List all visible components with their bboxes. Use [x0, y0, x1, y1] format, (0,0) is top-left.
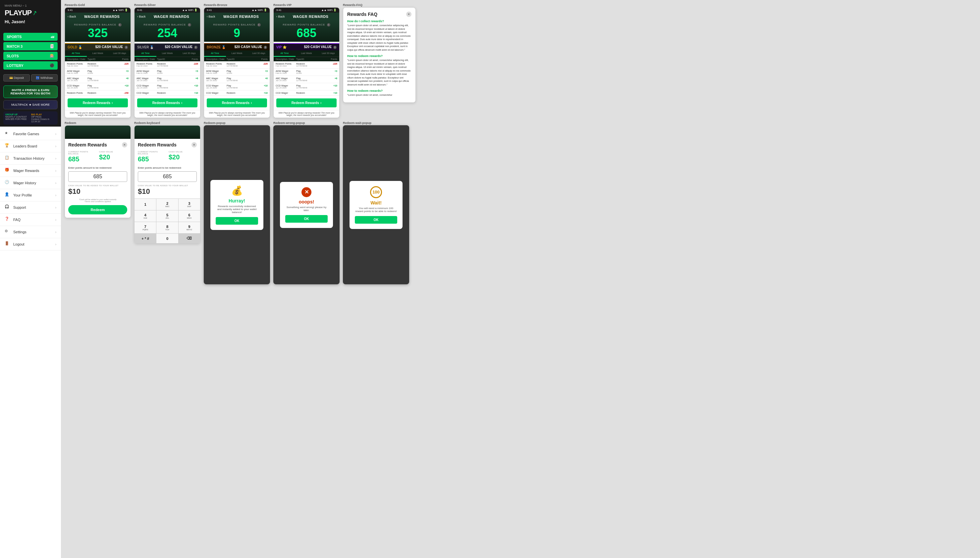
- cell-desc: ADW WagerFeb 01 2022: [275, 70, 296, 74]
- key-5[interactable]: 5JKL: [156, 210, 178, 222]
- cell-desc: ADW WagerFeb 01 2022: [206, 70, 227, 74]
- rewards-silver-screen: 9:41 ▲▲ WiFi 🔋 ‹ Back WAGER REWARDS REWA…: [134, 7, 200, 118]
- info-icon-silver[interactable]: i: [188, 23, 191, 26]
- logo: PLAYUP ↗: [5, 8, 56, 17]
- back-button-gold[interactable]: ‹ Back: [67, 15, 76, 18]
- info-icon-cash-vip[interactable]: i: [333, 46, 337, 49]
- cash-value-bronze: $20 CASH VALUE i: [234, 45, 267, 49]
- ooops-ok-button[interactable]: OK: [285, 215, 328, 223]
- tab-all-time-silver[interactable]: All Time: [134, 50, 156, 57]
- redeem-rewards-button-bronze[interactable]: Redeem Rewards ›: [207, 98, 267, 107]
- tab-all-time-bronze[interactable]: All Time: [204, 50, 226, 57]
- redeem-action-button[interactable]: Redeem: [68, 205, 127, 214]
- info-icon-cash-bronze[interactable]: i: [264, 46, 267, 49]
- key-2[interactable]: 2ABC: [156, 199, 178, 210]
- key-9[interactable]: 9WXYZ: [179, 222, 200, 233]
- wait-ok-button[interactable]: OK: [355, 216, 397, 224]
- key-backspace[interactable]: ⌫: [179, 234, 200, 243]
- promo-multipack[interactable]: MULTIPACK ★ SAVE MORE: [3, 100, 57, 109]
- info-icon-bronze[interactable]: i: [257, 23, 261, 26]
- sidebar-item-favorite-games[interactable]: ★ Favorite Games ›: [0, 128, 61, 140]
- info-icon-vip[interactable]: i: [327, 23, 330, 26]
- info-icon-cash-gold[interactable]: i: [125, 46, 128, 49]
- table-row: CCD WagerJan 25 2022 Play1277878848 +10: [274, 83, 339, 90]
- info-icon-gold[interactable]: i: [118, 23, 121, 26]
- tab-last-30-vip[interactable]: Last 30 days: [317, 50, 339, 57]
- back-button-bronze[interactable]: ‹ Back: [207, 15, 215, 18]
- table-row: ADW WagerFeb 01 2022 Play22343 +3: [134, 69, 200, 76]
- table-row: ABC WagerJan 25 2022 Play1277878848 +6: [204, 76, 270, 83]
- tab-all-time-vip[interactable]: All Time: [274, 50, 295, 57]
- sidebar-item-faq[interactable]: ❓ FAQ ›: [0, 214, 61, 226]
- deposit-button[interactable]: 💳 Deposit: [3, 74, 30, 82]
- redeem-popup-label: Redeem-popup: [204, 121, 270, 125]
- sidebar-item-logout[interactable]: 🚪 Logout ›: [0, 238, 61, 251]
- key-8[interactable]: 8TUV: [156, 222, 178, 233]
- keyboard-grid: 1 2ABC 3DEF 4GHI 5JKL 6MNO 7PQRS 8TUV 9W…: [134, 199, 200, 243]
- redeem-keyboard-close-button[interactable]: ✕: [192, 142, 197, 148]
- key-symbols[interactable]: + * #: [134, 234, 156, 243]
- phone-footer-silver: With PlayUp you're always earning reward…: [134, 110, 200, 118]
- table-row: Redeem PointsFeb 02 2022 Redeem127787884…: [134, 61, 200, 69]
- withdraw-icon: 🏧: [36, 76, 39, 80]
- sports-label: SPORTS: [7, 35, 21, 39]
- cash-wallet-amount: $10: [68, 187, 127, 196]
- redeem-rewards-button-gold[interactable]: Redeem Rewards ›: [67, 98, 128, 107]
- cell-points: +6: [178, 77, 198, 80]
- promo-multipack-text: MULTIPACK ★ SAVE MORE: [11, 103, 50, 107]
- promo-section: INVITE A FRIEND! & EARN REWARDS FOR YOU …: [0, 84, 61, 126]
- tab-last-30-bronze[interactable]: Last 30 days: [248, 50, 270, 57]
- back-button-silver[interactable]: ‹ Back: [137, 15, 146, 18]
- sidebar-item-your-profile[interactable]: 👤 Your Profile ›: [0, 189, 61, 202]
- withdraw-button[interactable]: 🏧 Withdraw: [31, 74, 57, 82]
- balance-label-points: CURRENT POINTS BALANCE: [68, 151, 97, 155]
- back-button-vip[interactable]: ‹ Back: [276, 15, 285, 18]
- table-header-bronze: Description / Date Type/ID Points: [204, 57, 270, 61]
- key-7[interactable]: 7PQRS: [134, 222, 156, 233]
- promo-group: GROUP UPNIGHTLY CONTESTWIN $55 FOR FREE …: [3, 112, 57, 125]
- faq-q2: How to redeem rewards?: [347, 54, 411, 57]
- hurray-ok-button[interactable]: OK: [216, 217, 258, 225]
- chevron-right-icon-2: ›: [55, 144, 56, 148]
- redeem-close-button[interactable]: ✕: [122, 142, 127, 148]
- sidebar-item-leaders-board[interactable]: 🏆 Leaders Board ›: [0, 140, 61, 153]
- sidebar-item-wager-rewards[interactable]: 🎁 Wager Rewards ›: [0, 165, 61, 177]
- points-input-keyboard[interactable]: [138, 171, 197, 182]
- faq-close-button[interactable]: ✕: [406, 11, 411, 17]
- nav-label-wager-history: Wager History: [13, 181, 36, 185]
- tab-all-time-gold[interactable]: All Time: [65, 50, 87, 57]
- tab-last-30-gold[interactable]: Last 30 days: [109, 50, 131, 57]
- key-4[interactable]: 4GHI: [134, 210, 156, 222]
- match3-button[interactable]: MATCH 3 🃏: [3, 42, 57, 50]
- cell-type: Play22343: [227, 70, 247, 74]
- nav-label-leaders-board: Leaders Board: [13, 144, 37, 148]
- sports-icon: 🏎: [51, 35, 54, 39]
- sidebar-item-settings[interactable]: ⚙ Settings ›: [0, 226, 61, 238]
- cell-type: Redeem: [157, 92, 178, 94]
- sidebar-item-transaction-history[interactable]: 📋 Transaction History ›: [0, 153, 61, 165]
- cell-type: Redeem: [296, 92, 317, 94]
- key-6[interactable]: 6MNO: [179, 210, 200, 222]
- points-input-redeem[interactable]: [68, 171, 127, 182]
- redeem-wait-screen: 100 Wait! You will need a minimum 100 re…: [343, 125, 409, 284]
- promo-invite[interactable]: INVITE A FRIEND! & EARN REWARDS FOR YOU …: [3, 85, 57, 98]
- sports-button[interactable]: SPORTS 🏎: [3, 33, 57, 41]
- tab-last-week-gold[interactable]: Last Week: [87, 50, 109, 57]
- sidebar-item-wager-history[interactable]: 🕐 Wager History ›: [0, 177, 61, 189]
- tab-last-week-silver[interactable]: Last Week: [156, 50, 178, 57]
- sidebar-item-support[interactable]: 🎧 Support ›: [0, 202, 61, 214]
- question-icon: ❓: [5, 217, 11, 223]
- tab-last-week-vip[interactable]: Last Week: [295, 50, 317, 57]
- tab-last-30-silver[interactable]: Last 30 days: [178, 50, 200, 57]
- slots-button[interactable]: SLOTS 🎰: [3, 52, 57, 60]
- redeem-rewards-button-vip[interactable]: Redeem Rewards ›: [276, 98, 337, 107]
- info-icon-cash-silver[interactable]: i: [194, 46, 197, 49]
- key-0[interactable]: 0: [156, 234, 178, 243]
- points-number-silver: 254: [137, 27, 197, 39]
- lottery-button[interactable]: LOTTERY ⚫: [3, 61, 57, 70]
- points-section-vip: REWARD POINTS BALANCE i 685: [274, 21, 339, 42]
- tab-last-week-bronze[interactable]: Last Week: [226, 50, 248, 57]
- redeem-rewards-button-silver[interactable]: Redeem Rewards ›: [137, 98, 197, 107]
- key-3[interactable]: 3DEF: [179, 199, 200, 210]
- key-1[interactable]: 1: [134, 199, 156, 210]
